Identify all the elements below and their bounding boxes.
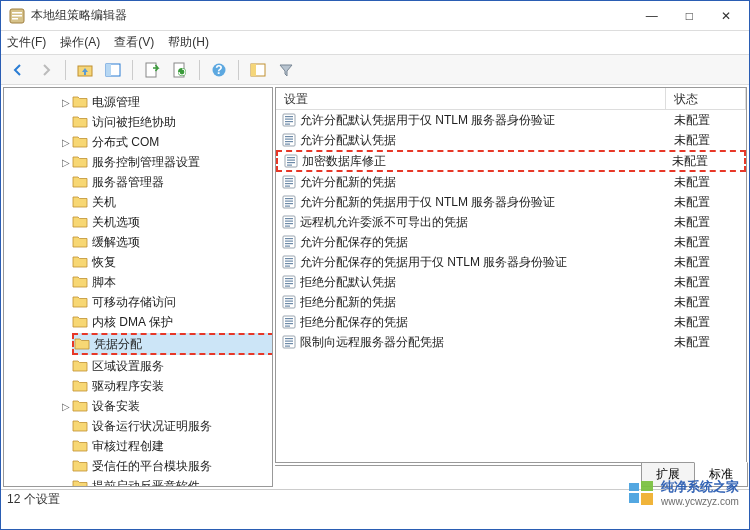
refresh-button[interactable]	[169, 59, 191, 81]
svg-rect-73	[285, 346, 290, 347]
svg-rect-31	[285, 181, 293, 182]
chevron-right-icon[interactable]: ▷	[60, 137, 72, 148]
tree-item[interactable]: 区域设置服务	[74, 356, 272, 376]
tree-item[interactable]: 关机选项	[74, 212, 272, 232]
svg-rect-57	[285, 283, 293, 284]
tree-item[interactable]: 服务器管理器	[74, 172, 272, 192]
svg-rect-65	[285, 318, 293, 319]
svg-rect-6	[106, 64, 111, 76]
maximize-button[interactable]: □	[680, 7, 699, 25]
tree-item-label: 提前启动反恶意软件	[92, 478, 200, 487]
svg-rect-47	[285, 243, 293, 244]
svg-rect-71	[285, 341, 293, 342]
list-item-status: 未配置	[666, 254, 746, 271]
svg-rect-56	[285, 281, 293, 282]
svg-rect-15	[285, 116, 293, 117]
export-button[interactable]	[141, 59, 163, 81]
tree-item[interactable]: 关机	[74, 192, 272, 212]
list-row[interactable]: 允许分配默认凭据用于仅 NTLM 服务器身份验证未配置	[276, 110, 746, 130]
svg-rect-21	[285, 139, 293, 140]
chevron-right-icon[interactable]: ▷	[60, 401, 72, 412]
svg-rect-18	[285, 124, 290, 125]
list-row[interactable]: 允许分配新的凭据未配置	[276, 172, 746, 192]
tree-item[interactable]: 提前启动反恶意软件	[74, 476, 272, 486]
help-button[interactable]: ?	[208, 59, 230, 81]
list-row[interactable]: 加密数据库修正未配置	[276, 150, 746, 172]
menu-action[interactable]: 操作(A)	[60, 34, 100, 51]
tree-item[interactable]: 审核过程创建	[74, 436, 272, 456]
right-pane: 设置 状态 允许分配默认凭据用于仅 NTLM 服务器身份验证未配置允许分配默认凭…	[275, 87, 747, 487]
list-item-status: 未配置	[666, 194, 746, 211]
tree-item[interactable]: 内核 DMA 保护	[74, 312, 272, 332]
tree-item-label: 服务控制管理器设置	[92, 154, 200, 171]
back-button[interactable]	[7, 59, 29, 81]
list-row[interactable]: 拒绝分配新的凭据未配置	[276, 292, 746, 312]
svg-rect-26	[287, 160, 295, 161]
tree-item-label: 内核 DMA 保护	[92, 314, 173, 331]
tree-item[interactable]: ▷电源管理	[74, 92, 272, 112]
svg-rect-30	[285, 178, 293, 179]
properties-button[interactable]	[247, 59, 269, 81]
svg-rect-76	[629, 493, 639, 503]
chevron-right-icon[interactable]: ▷	[60, 157, 72, 168]
svg-rect-68	[285, 326, 290, 327]
watermark-url: www.ycwzyz.com	[661, 496, 739, 507]
minimize-button[interactable]: —	[640, 7, 664, 25]
column-header-status[interactable]: 状态	[666, 88, 746, 109]
tree-item[interactable]: ▷分布式 COM	[74, 132, 272, 152]
tree-scroll[interactable]: ▷电源管理访问被拒绝协助▷分布式 COM▷服务控制管理器设置服务器管理器关机关机…	[4, 88, 272, 486]
tree-item-label: 电源管理	[92, 94, 140, 111]
tree-item[interactable]: 可移动存储访问	[74, 292, 272, 312]
column-header-setting[interactable]: 设置	[276, 88, 666, 109]
tabs-spacer	[275, 465, 641, 466]
tree-item[interactable]: 设备运行状况证明服务	[74, 416, 272, 436]
tree-pane: ▷电源管理访问被拒绝协助▷分布式 COM▷服务控制管理器设置服务器管理器关机关机…	[3, 87, 273, 487]
tree-item-label: 凭据分配	[94, 336, 142, 353]
svg-rect-46	[285, 241, 293, 242]
forward-button[interactable]	[35, 59, 57, 81]
tree-item-label: 脚本	[92, 274, 116, 291]
tree-item-label: 驱动程序安装	[92, 378, 164, 395]
tree-item[interactable]: 脚本	[74, 272, 272, 292]
content-area: ▷电源管理访问被拒绝协助▷分布式 COM▷服务控制管理器设置服务器管理器关机关机…	[1, 85, 749, 489]
list-row[interactable]: 允许分配保存的凭据未配置	[276, 232, 746, 252]
list-item-status: 未配置	[666, 294, 746, 311]
tree-item[interactable]: 恢复	[74, 252, 272, 272]
menu-view[interactable]: 查看(V)	[114, 34, 154, 51]
list-row[interactable]: 拒绝分配默认凭据未配置	[276, 272, 746, 292]
menu-help[interactable]: 帮助(H)	[168, 34, 209, 51]
list-item-status: 未配置	[666, 132, 746, 149]
list-row[interactable]: 限制向远程服务器分配凭据未配置	[276, 332, 746, 352]
show-hide-tree-button[interactable]	[102, 59, 124, 81]
filter-button[interactable]	[275, 59, 297, 81]
up-level-button[interactable]	[74, 59, 96, 81]
tree-item[interactable]: 访问被拒绝协助	[74, 112, 272, 132]
list-row[interactable]: 拒绝分配保存的凭据未配置	[276, 312, 746, 332]
tree-item-label: 设备安装	[92, 398, 140, 415]
close-button[interactable]: ✕	[715, 7, 737, 25]
list-item-status: 未配置	[666, 112, 746, 129]
tree-item[interactable]: ▷服务控制管理器设置	[74, 152, 272, 172]
svg-rect-28	[287, 165, 292, 166]
tree-item[interactable]: 驱动程序安装	[74, 376, 272, 396]
tree-item[interactable]: ▷设备安装	[74, 396, 272, 416]
svg-rect-43	[285, 226, 290, 227]
list-row[interactable]: 远程机允许委派不可导出的凭据未配置	[276, 212, 746, 232]
list-item-status: 未配置	[666, 334, 746, 351]
menu-file[interactable]: 文件(F)	[7, 34, 46, 51]
toolbar: ?	[1, 55, 749, 85]
list-body[interactable]: 允许分配默认凭据用于仅 NTLM 服务器身份验证未配置允许分配默认凭据未配置加密…	[276, 110, 746, 462]
tree-item[interactable]: 受信任的平台模块服务	[74, 456, 272, 476]
tree-item[interactable]: 凭据分配	[72, 333, 272, 355]
chevron-right-icon[interactable]: ▷	[60, 97, 72, 108]
list-row[interactable]: 允许分配保存的凭据用于仅 NTLM 服务器身份验证未配置	[276, 252, 746, 272]
svg-text:?: ?	[215, 63, 222, 77]
tree-item[interactable]: 缓解选项	[74, 232, 272, 252]
watermark-text: 纯净系统之家	[661, 479, 739, 494]
svg-rect-75	[641, 481, 653, 491]
svg-rect-48	[285, 246, 290, 247]
svg-rect-77	[641, 493, 653, 505]
list-row[interactable]: 允许分配新的凭据用于仅 NTLM 服务器身份验证未配置	[276, 192, 746, 212]
list-row[interactable]: 允许分配默认凭据未配置	[276, 130, 746, 150]
svg-rect-50	[285, 258, 293, 259]
